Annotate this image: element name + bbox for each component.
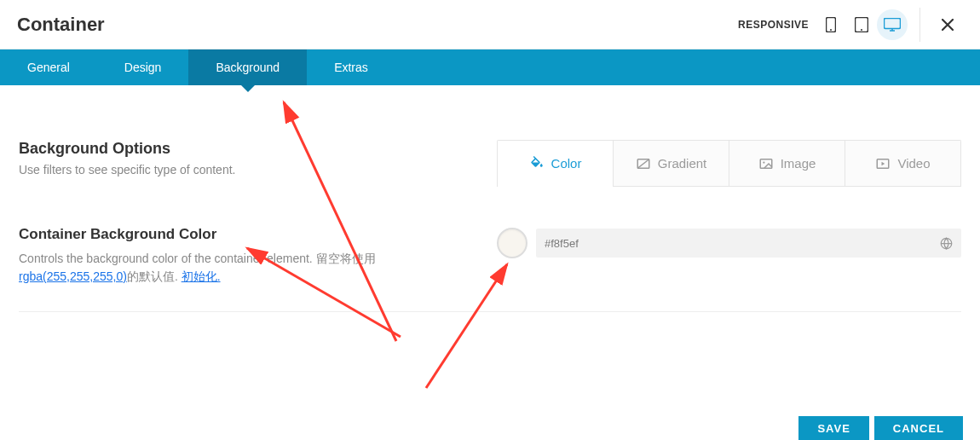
container-bg-color-row: Container Background Color Controls the … (19, 187, 961, 312)
bg-tab-label: Video (897, 156, 930, 171)
bg-tab-color[interactable]: Color (498, 141, 613, 187)
section-heading-block: Background Options Use filters to see sp… (19, 140, 497, 187)
paint-icon (529, 156, 545, 171)
color-hex-input[interactable] (545, 237, 940, 250)
device-mobile-button[interactable] (816, 9, 846, 40)
svg-rect-4 (885, 18, 901, 28)
cancel-button[interactable]: CANCEL (874, 416, 963, 440)
tab-design[interactable]: Design (97, 49, 189, 85)
save-button[interactable]: SAVE (798, 416, 868, 440)
bg-tab-label: Color (551, 156, 582, 171)
mobile-icon (826, 17, 836, 32)
option-description: Controls the background color of the con… (19, 250, 463, 286)
device-desktop-button[interactable] (877, 9, 908, 40)
content-area: Background Options Use filters to see sp… (0, 85, 980, 312)
svg-point-3 (861, 29, 862, 31)
responsive-controls: RESPONSIVE (738, 9, 908, 40)
bg-tab-video[interactable]: Video (845, 141, 960, 187)
header-divider (919, 8, 920, 42)
globe-icon (940, 237, 953, 250)
background-options-row: Background Options Use filters to see sp… (19, 140, 961, 187)
desc-text: 的默认值. (127, 269, 182, 283)
gradient-icon (636, 156, 651, 171)
tab-label: Background (216, 61, 280, 74)
tablet-icon (855, 17, 868, 32)
bg-tab-label: Gradient (658, 156, 707, 171)
default-value-link[interactable]: rgba(255,255,255,0) (19, 269, 127, 283)
tab-label: General (27, 61, 70, 74)
image-icon (758, 156, 774, 171)
footer-actions: SAVE CANCEL (798, 416, 963, 440)
tab-label: Design (124, 61, 162, 74)
background-type-tabs: Color Gradient Image Video (497, 140, 961, 187)
tab-extras[interactable]: Extras (307, 49, 395, 85)
global-value-button[interactable] (940, 237, 953, 250)
section-title: Background Options (19, 140, 463, 158)
tab-label: Extras (334, 61, 368, 74)
page-title: Container (17, 14, 738, 36)
device-tablet-button[interactable] (846, 9, 877, 40)
video-icon (875, 156, 891, 171)
desktop-icon (884, 18, 901, 32)
close-button[interactable] (932, 9, 963, 40)
bg-tab-gradient[interactable]: Gradient (613, 141, 729, 187)
desc-text: Controls the background color of the con… (19, 252, 376, 265)
svg-point-7 (763, 161, 764, 163)
bg-tab-label: Image (781, 156, 816, 171)
reset-link[interactable]: 初始化. (182, 269, 221, 283)
background-type-tabs-wrap: Color Gradient Image Video (497, 140, 961, 187)
bg-tab-image[interactable]: Image (729, 141, 845, 187)
color-swatch[interactable] (497, 228, 527, 258)
tab-general[interactable]: General (0, 49, 97, 85)
editor-header: Container RESPONSIVE (0, 0, 980, 49)
close-icon (942, 19, 954, 31)
option-description-block: Container Background Color Controls the … (19, 226, 497, 286)
svg-point-1 (830, 29, 832, 31)
responsive-label: RESPONSIVE (738, 19, 809, 31)
tab-background[interactable]: Background (188, 49, 307, 85)
main-tabs: General Design Background Extras (0, 49, 980, 85)
section-subtitle: Use filters to see specific type of cont… (19, 163, 463, 177)
color-control (497, 226, 961, 258)
option-title: Container Background Color (19, 226, 463, 243)
color-input-wrapper (536, 229, 961, 258)
